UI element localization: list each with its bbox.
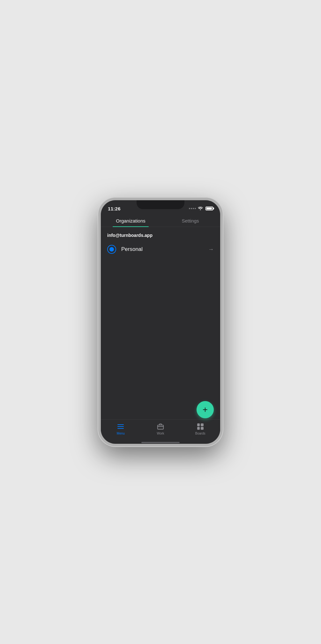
volume-down-button	[98, 269, 99, 288]
svg-rect-0	[158, 425, 163, 429]
home-indicator	[101, 442, 220, 444]
screen: 11:26	[101, 200, 220, 444]
wifi-icon	[198, 206, 203, 211]
nav-item-menu[interactable]: Menu	[101, 422, 141, 436]
nav-item-work[interactable]: Work	[141, 422, 181, 436]
top-tab-bar: Organizations Settings	[101, 214, 220, 227]
content-wrapper: info@turnboards.app Personal → +	[101, 227, 220, 444]
nav-label-menu: Menu	[117, 432, 125, 435]
home-bar	[141, 442, 180, 443]
bottom-nav-bar: Menu Work	[101, 419, 220, 442]
org-item-personal[interactable]: Personal →	[101, 241, 220, 258]
volume-up-button	[98, 245, 99, 264]
nav-label-boards: Boards	[195, 432, 205, 435]
phone-frame: 11:26	[98, 198, 223, 446]
signal-icon	[189, 208, 196, 209]
power-button	[222, 251, 223, 277]
org-radio-inner	[109, 247, 114, 252]
mute-button	[98, 229, 99, 239]
battery-icon	[205, 207, 213, 210]
status-time: 11:26	[108, 206, 121, 211]
org-name-personal: Personal	[121, 246, 208, 252]
org-arrow-personal: →	[208, 246, 214, 253]
tab-settings[interactable]: Settings	[160, 214, 220, 227]
tab-organizations[interactable]: Organizations	[101, 214, 160, 227]
notch	[137, 200, 184, 209]
org-radio-personal	[107, 245, 116, 254]
boards-icon	[197, 423, 204, 430]
nav-item-boards[interactable]: Boards	[180, 422, 220, 436]
menu-icon	[117, 423, 124, 430]
hamburger-icon	[117, 424, 124, 429]
add-icon: +	[203, 405, 208, 414]
briefcase-icon	[157, 423, 164, 430]
status-icons	[189, 206, 213, 211]
content-area: info@turnboards.app Personal →	[101, 227, 220, 419]
account-email: info@turnboards.app	[101, 227, 220, 241]
nav-label-work: Work	[157, 432, 164, 435]
add-fab-button[interactable]: +	[197, 401, 214, 418]
